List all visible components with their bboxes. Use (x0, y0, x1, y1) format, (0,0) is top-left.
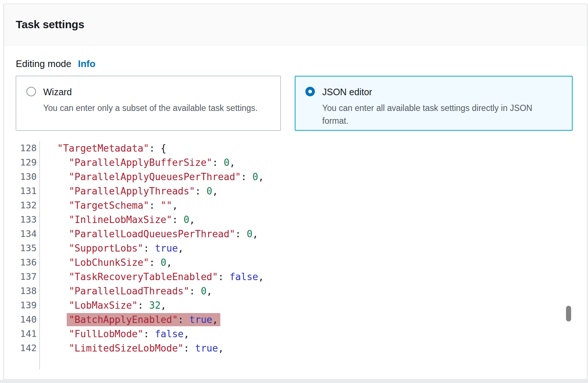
json-key: "ParallelApplyBufferSize" (69, 157, 212, 168)
json-key: "TargetSchema" (69, 200, 149, 211)
json-key: "BatchApplyEnabled" (69, 314, 178, 325)
scrollbar-thumb[interactable] (566, 306, 571, 321)
code-lines: 128 "TargetMetadata": {129 "ParallelAppl… (16, 141, 575, 369)
code-text: "ParallelApplyThreads": 0, (40, 186, 218, 197)
line-number: 132 (16, 200, 37, 211)
line-number: 130 (16, 171, 37, 182)
code-line[interactable]: 136 "LobChunkSize": 0, (16, 255, 575, 269)
json-value: true (195, 343, 218, 354)
json-key: "SupportLobs" (69, 243, 144, 254)
wizard-title: Wizard (43, 86, 258, 97)
json-value: 0 (253, 171, 258, 182)
json-value: false (229, 271, 258, 282)
code-text: "ParallelApplyQueuesPerThread": 0, (40, 171, 264, 182)
wizard-description: You can enter only a subset of the avail… (43, 102, 258, 115)
code-text: "TargetSchema": "", (40, 200, 178, 211)
code-line[interactable]: 139 "LobMaxSize": 32, (16, 298, 575, 312)
json-editor[interactable]: 128 "TargetMetadata": {129 "ParallelAppl… (16, 141, 575, 369)
json-editor-description: You can enter all available task setting… (322, 102, 559, 127)
line-number: 131 (16, 186, 37, 196)
page-background-strip (0, 380, 588, 383)
json-key: "FullLobMode" (69, 328, 144, 339)
line-number: 137 (16, 271, 37, 282)
code-line[interactable]: 129 "ParallelApplyBufferSize": 0, (16, 155, 575, 170)
json-value: true (189, 314, 212, 325)
code-line[interactable]: 134 "ParallelLoadQueuesPerThread": 0, (16, 227, 575, 241)
line-number: 134 (16, 228, 37, 239)
code-text: "LobChunkSize": 0, (40, 257, 172, 268)
editing-mode-row: Editing mode Info (16, 58, 575, 70)
line-number: 142 (16, 343, 37, 353)
json-value: 0 (201, 286, 207, 297)
code-line[interactable]: 130 "ParallelApplyQueuesPerThread": 0, (16, 170, 575, 184)
json-key: "ParallelLoadQueuesPerThread" (69, 228, 235, 239)
line-number: 138 (16, 286, 37, 296)
line-number: 135 (16, 243, 37, 253)
line-number: 128 (16, 143, 37, 153)
json-value: 0 (247, 228, 253, 239)
code-line[interactable] (16, 355, 575, 369)
code-text: "ParallelApplyBufferSize": 0, (40, 157, 235, 168)
code-line[interactable]: 141 "FullLobMode": false, (16, 327, 575, 341)
editing-mode-tiles: Wizard You can enter only a subset of th… (16, 76, 575, 131)
json-value: "" (161, 200, 172, 211)
code-line[interactable]: 133 "InlineLobMaxSize": 0, (16, 212, 575, 227)
line-number: 139 (16, 300, 37, 311)
highlighted-code: "BatchApplyEnabled": true, (67, 313, 220, 326)
code-text: "InlineLobMaxSize": 0, (40, 214, 195, 225)
panel-header: Task settings (4, 4, 587, 45)
code-line[interactable]: 138 "ParallelLoadThreads": 0, (16, 284, 575, 298)
code-line[interactable]: 132 "TargetSchema": "", (16, 198, 575, 212)
code-text: "ParallelLoadThreads": 0, (40, 286, 212, 297)
json-key: "InlineLobMaxSize" (69, 214, 172, 225)
json-value: 0 (224, 157, 229, 168)
json-value: 32 (149, 300, 161, 311)
code-text: "LimitedSizeLobMode": true, (40, 343, 224, 354)
tile-wizard[interactable]: Wizard You can enter only a subset of th… (16, 76, 281, 131)
code-line[interactable]: 135 "SupportLobs": true, (16, 241, 575, 255)
json-key: "ParallelApplyQueuesPerThread" (69, 171, 241, 182)
panel-body: Editing mode Info Wizard You can enter o… (4, 58, 587, 369)
json-value: { (161, 143, 166, 154)
code-line[interactable]: 142 "LimitedSizeLobMode": true, (16, 341, 575, 355)
line-number: 141 (16, 328, 37, 339)
code-text: "SupportLobs": true, (40, 243, 184, 254)
json-editor-radio[interactable] (305, 87, 315, 96)
wizard-radio[interactable] (26, 87, 36, 96)
line-number: 136 (16, 257, 37, 268)
json-value: 0 (161, 257, 166, 268)
code-line[interactable]: 128 "TargetMetadata": { (16, 141, 575, 155)
json-key: "TargetMetadata" (57, 143, 149, 154)
json-key: "LimitedSizeLobMode" (69, 343, 184, 354)
tile-json-editor[interactable]: JSON editor You can enter all available … (295, 76, 573, 131)
editing-mode-label: Editing mode (16, 58, 71, 70)
json-editor-title: JSON editor (322, 86, 559, 97)
line-number: 129 (16, 157, 37, 168)
json-key: "LobMaxSize" (69, 300, 138, 311)
code-line[interactable]: 140 "BatchApplyEnabled": true, (16, 312, 575, 327)
task-settings-panel: Task settings Editing mode Info Wizard Y… (4, 4, 587, 380)
json-value: 0 (184, 214, 190, 225)
code-text: "TaskRecoveryTableEnabled": false, (40, 271, 264, 282)
json-key: "ParallelLoadThreads" (69, 286, 190, 297)
gutter-divider (39, 355, 40, 369)
line-number: 140 (16, 314, 37, 325)
json-value: false (155, 328, 183, 339)
info-link[interactable]: Info (78, 58, 96, 70)
line-number: 133 (16, 214, 37, 225)
code-line[interactable]: 137 "TaskRecoveryTableEnabled": false, (16, 269, 575, 284)
json-key: "TaskRecoveryTableEnabled" (69, 271, 218, 282)
code-text: "ParallelLoadQueuesPerThread": 0, (40, 228, 258, 239)
code-text: "FullLobMode": false, (40, 328, 189, 339)
json-value: true (155, 243, 178, 254)
json-key: "LobChunkSize" (69, 257, 149, 268)
code-line[interactable]: 131 "ParallelApplyThreads": 0, (16, 184, 575, 198)
code-text: "LobMaxSize": 32, (40, 300, 166, 311)
code-text: "TargetMetadata": { (40, 143, 166, 154)
json-key: "ParallelApplyThreads" (69, 186, 195, 197)
code-text: "BatchApplyEnabled": true, (40, 314, 218, 325)
json-value: 0 (206, 186, 212, 197)
page-title: Task settings (16, 18, 84, 31)
